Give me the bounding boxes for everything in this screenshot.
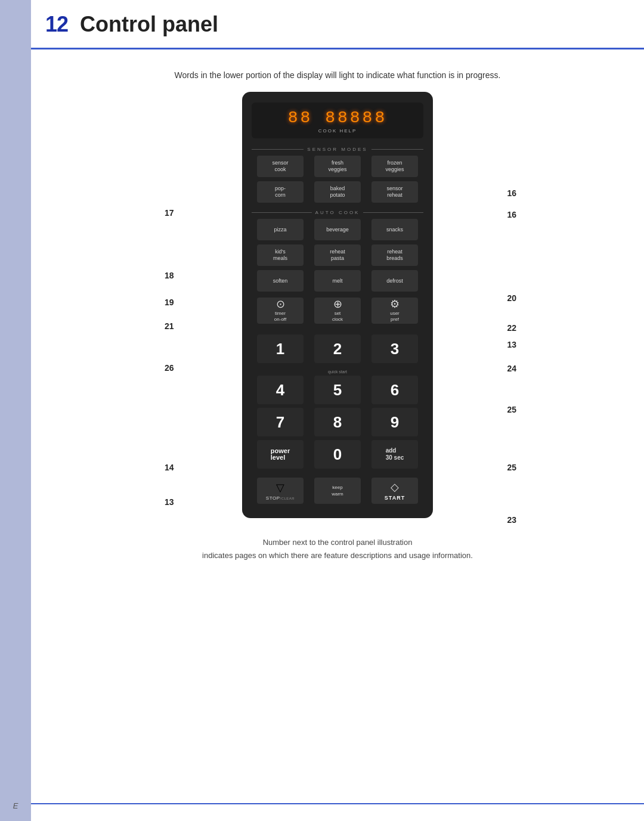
top-rule	[31, 48, 644, 49]
num-7-btn[interactable]: 7	[257, 408, 304, 436]
num-3-btn[interactable]: 3	[371, 334, 418, 363]
user-pref-icon: ⚙	[390, 299, 400, 309]
auto-row-1: pizza beverage snacks	[252, 219, 423, 240]
control-panel: 88 88888 COOK HELP SENSOR MODES sensorco…	[242, 92, 433, 518]
num-2-btn[interactable]: 2	[314, 334, 361, 363]
sensor-cook-btn[interactable]: sensorcook	[257, 156, 304, 177]
num-8-btn[interactable]: 8	[314, 408, 361, 436]
start-icon: ◇	[391, 481, 399, 494]
stop-icon: ▽	[276, 481, 284, 494]
frozen-veggies-btn[interactable]: frozenveggies	[371, 156, 418, 177]
callout-14: 14	[165, 463, 174, 472]
callout-20: 20	[507, 293, 516, 303]
display-area: 88 88888 COOK HELP	[252, 103, 423, 138]
sidebar-letter: E	[0, 801, 31, 810]
numpad-row-3: 7 8 9	[252, 408, 423, 436]
reheat-pasta-btn[interactable]: reheatpasta	[314, 244, 361, 266]
add-30-sec-btn[interactable]: add30 sec	[371, 440, 418, 469]
callout-21: 21	[165, 321, 174, 331]
callout-19: 19	[165, 298, 174, 307]
numpad: 1 2 3 quick start 4 5 6 7 8	[252, 334, 423, 469]
clock-label: setclock	[332, 311, 343, 323]
sensor-modes-label: SENSOR MODES	[252, 147, 423, 152]
num-6-btn[interactable]: 6	[371, 376, 418, 404]
numpad-row-2: 4 5 6	[252, 376, 423, 404]
callout-24: 24	[507, 364, 516, 373]
callout-18: 18	[165, 271, 174, 280]
callout-13-left: 13	[165, 497, 174, 507]
main-content: Words in the lower portion of the displa…	[31, 54, 644, 586]
user-pref-btn[interactable]: ⚙ userpref	[371, 298, 418, 324]
callout-17: 17	[165, 208, 174, 218]
chapter-title: Control panel	[80, 12, 218, 37]
timer-icon: ⊙	[276, 299, 285, 309]
icon-btn-row: ⊙ timeron-off ⊕ setclock ⚙ userpref	[252, 298, 423, 324]
power-level-text: powerlevel	[271, 448, 290, 461]
footer-line1: Number next to the control panel illustr…	[55, 536, 620, 549]
sensor-row-1: sensorcook freshveggies frozenveggies	[252, 156, 423, 177]
auto-row-2: kid'smeals reheatpasta reheatbreads	[252, 244, 423, 266]
diagram-container: 17 18 19 21 26 14 13 16 16 20 22 13 24 2…	[55, 92, 620, 518]
intro-text: Words in the lower portion of the displa…	[55, 70, 620, 80]
num-0-btn[interactable]: 0	[314, 440, 361, 469]
sensor-row-2: pop-corn bakedpotato sensorreheat	[252, 181, 423, 203]
callout-26: 26	[165, 363, 174, 373]
num-4-btn[interactable]: 4	[257, 376, 304, 404]
bottom-rule	[31, 803, 644, 804]
clock-icon: ⊕	[333, 299, 342, 309]
defrost-btn[interactable]: defrost	[371, 270, 418, 292]
footer-line2: indicates pages on which there are featu…	[55, 549, 620, 562]
auto-row-3: soften melt defrost	[252, 270, 423, 292]
num-9-btn[interactable]: 9	[371, 408, 418, 436]
num-1-btn[interactable]: 1	[257, 334, 304, 363]
soften-btn[interactable]: soften	[257, 270, 304, 292]
footer-text: Number next to the control panel illustr…	[55, 536, 620, 562]
sidebar: E	[0, 0, 31, 821]
auto-cook-label: AUTO COOK	[252, 210, 423, 215]
callout-22: 22	[507, 323, 516, 333]
callout-16b: 16	[507, 210, 516, 219]
popcorn-btn[interactable]: pop-corn	[257, 181, 304, 203]
quick-start-label: quick start	[328, 370, 347, 374]
callout-25b: 25	[507, 463, 516, 472]
timer-label: timeron-off	[274, 311, 286, 323]
callout-23: 23	[507, 515, 516, 525]
cook-help-label: COOK HELP	[259, 128, 416, 134]
reheat-breads-btn[interactable]: reheatbreads	[371, 244, 418, 266]
numpad-bottom-row: powerlevel 0 add30 sec	[252, 440, 423, 469]
callout-25a: 25	[507, 405, 516, 414]
stop-label: STOP/CLEAR	[266, 495, 295, 501]
start-label: START	[385, 495, 405, 501]
melt-btn[interactable]: melt	[314, 270, 361, 292]
pizza-btn[interactable]: pizza	[257, 219, 304, 240]
chapter-header: 12 Control panel	[31, 12, 644, 37]
sensor-reheat-btn[interactable]: sensorreheat	[371, 181, 418, 203]
start-btn[interactable]: ◇ START	[371, 478, 418, 504]
fresh-veggies-btn[interactable]: freshveggies	[314, 156, 361, 177]
display-digits: 88 88888	[259, 109, 416, 127]
timer-on-off-btn[interactable]: ⊙ timeron-off	[257, 298, 304, 324]
stop-clear-btn[interactable]: ▽ STOP/CLEAR	[257, 478, 304, 504]
keep-warm-btn[interactable]: keepwarm	[314, 478, 361, 504]
callout-13-right: 13	[507, 340, 516, 349]
kids-meals-btn[interactable]: kid'smeals	[257, 244, 304, 266]
user-pref-label: userpref	[390, 311, 400, 323]
callout-16a: 16	[507, 188, 516, 198]
diagram-inner: 17 18 19 21 26 14 13 16 16 20 22 13 24 2…	[153, 92, 522, 518]
snacks-btn[interactable]: snacks	[371, 219, 418, 240]
numpad-row-1: 1 2 3	[252, 334, 423, 363]
action-row: ▽ STOP/CLEAR keepwarm ◇ START	[252, 478, 423, 504]
set-clock-btn[interactable]: ⊕ setclock	[314, 298, 361, 324]
num-5-btn[interactable]: 5	[314, 376, 361, 404]
beverage-btn[interactable]: beverage	[314, 219, 361, 240]
baked-potato-btn[interactable]: bakedpotato	[314, 181, 361, 203]
power-level-btn[interactable]: powerlevel	[257, 440, 304, 469]
chapter-number: 12	[45, 12, 68, 37]
